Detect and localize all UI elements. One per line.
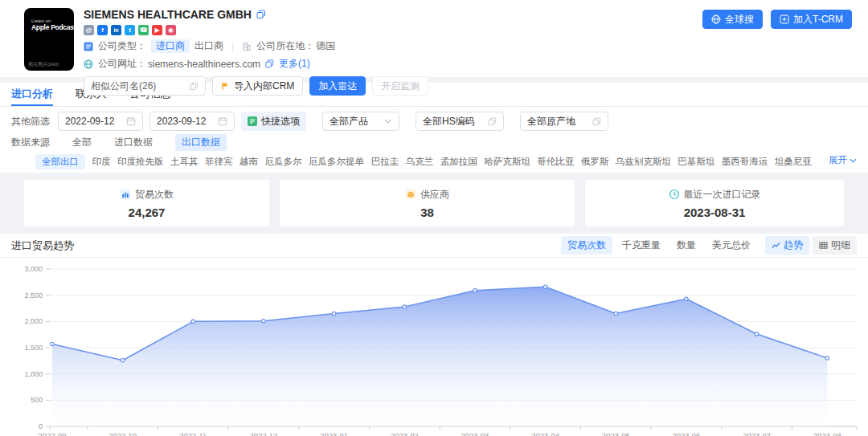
date-from-input[interactable]: 2022-09-12 [58, 112, 143, 131]
hs-code-select[interactable]: 全部HS编码 [416, 112, 504, 131]
stat-value: 38 [420, 206, 434, 219]
product-select[interactable]: 全部产品 [322, 112, 399, 131]
source-option[interactable]: 进口数据 [114, 136, 153, 149]
hs-code-value: 全部HS编码 [423, 115, 475, 128]
global-search-button[interactable]: 全球搜 [702, 10, 763, 29]
instagram-icon[interactable]: ◉ [166, 25, 176, 35]
country-item[interactable]: 土耳其 [170, 156, 199, 168]
country-item[interactable]: 墨西哥海运 [722, 156, 768, 168]
svg-text:0: 0 [39, 422, 43, 430]
svg-text:2,000: 2,000 [24, 317, 43, 325]
svg-text:3,000: 3,000 [24, 265, 43, 273]
stat-card: 最近一次进口记录2023-08-31 [585, 180, 844, 226]
phone-icon[interactable]: ☎ [138, 25, 149, 35]
logo-caption: 相关图片(240) [28, 61, 71, 68]
location-label: 公司所在地： [256, 39, 314, 53]
source-option[interactable]: 全部 [72, 136, 92, 149]
svg-text:2023-06: 2023-06 [673, 431, 701, 436]
country-filter-row: 全部出口印度印度抢先版土耳其菲律宾越南厄瓜多尔厄瓜多尔提单巴拉圭乌克兰孟加拉国哈… [0, 152, 868, 173]
metric-toggle[interactable]: 数量 [670, 236, 702, 255]
company-header: Listen on Apple Podcasts 相关图片(240) SIEME… [0, 0, 868, 77]
join-tcrm-button[interactable]: 加入T-CRM [771, 10, 852, 29]
country-item[interactable]: 巴拉圭 [371, 156, 399, 168]
country-item[interactable]: 哥伦比亚 [537, 156, 574, 168]
expand-countries-link[interactable]: 展开 [822, 154, 857, 166]
exporter-tag[interactable]: 出口商 [194, 39, 223, 53]
globe-icon [711, 14, 721, 24]
other-filter-label: 其他筛选 [11, 115, 50, 128]
website-icon[interactable]: @ [84, 25, 94, 35]
country-item[interactable]: 越南 [240, 156, 258, 168]
badge-brand: Apple Podcasts [31, 23, 80, 31]
country-item[interactable]: 菲律宾 [205, 156, 233, 168]
flag-icon [221, 82, 230, 91]
main-panel: 进口分析联系人公司信息 其他筛选 2022-09-12 2023-09-12 快… [0, 83, 868, 436]
country-item[interactable]: 坦桑尼亚 [775, 156, 812, 168]
country-item[interactable]: 巴基斯坦 [678, 156, 714, 168]
view-toggle-trend[interactable]: 趋势 [765, 236, 809, 255]
meta-divider: | [231, 41, 234, 52]
twitter-icon[interactable]: t [125, 25, 135, 35]
similar-company-input[interactable]: 相似公司名(26) [84, 76, 206, 96]
start-monitor-button[interactable]: 开启监测 [372, 76, 428, 96]
location-icon [242, 42, 252, 51]
country-item[interactable]: 乌兹别克斯坦 [616, 156, 671, 168]
svg-text:2023-05: 2023-05 [602, 431, 630, 436]
youtube-icon[interactable]: ▶ [152, 25, 162, 35]
country-item[interactable]: 厄瓜多尔提单 [309, 156, 364, 168]
date-from-value: 2022-09-12 [65, 116, 114, 127]
country-item[interactable]: 印度 [92, 156, 111, 168]
website-more-link[interactable]: 更多(1) [279, 57, 310, 71]
facebook-icon[interactable]: f [97, 25, 108, 35]
metric-toggle[interactable]: 千克重量 [616, 236, 667, 255]
stat-label: 最近一次进口记录 [684, 188, 761, 202]
website-icon [84, 59, 93, 69]
country-item[interactable]: 乌克兰 [406, 156, 434, 168]
country-item[interactable]: 孟加拉国 [440, 156, 477, 168]
trend-icon [772, 241, 780, 250]
copy-company-name-icon[interactable] [256, 10, 266, 19]
svg-text:2022-12: 2022-12 [250, 431, 278, 436]
date-to-input[interactable]: 2023-09-12 [149, 112, 235, 131]
importer-tag[interactable]: 进口商 [151, 39, 190, 53]
linkedin-icon[interactable]: in [111, 25, 121, 35]
svg-text:2022-10: 2022-10 [108, 431, 137, 436]
table-icon [819, 241, 828, 250]
trade-trend-chart[interactable]: 05001,0001,5002,0002,5003,0002022-092022… [0, 258, 868, 436]
country-item[interactable]: 全部出口 [35, 154, 85, 169]
join-radar-button[interactable]: 加入雷达 [309, 76, 366, 96]
stat-label: 供应商 [420, 188, 449, 202]
location-value: 德国 [316, 39, 335, 53]
stat-label: 贸易次数 [135, 188, 174, 202]
date-to-value: 2023-09-12 [157, 116, 206, 127]
svg-text:2023-02: 2023-02 [391, 431, 419, 436]
data-source-label: 数据来源 [11, 136, 50, 149]
country-item[interactable]: 印度抢先版 [117, 156, 164, 168]
tab-import-analysis[interactable]: 进口分析 [11, 83, 53, 106]
country-item[interactable]: 俄罗斯 [581, 156, 609, 168]
origin-value: 全部原产地 [527, 115, 575, 128]
metric-toggle[interactable]: 美元总价 [706, 236, 757, 255]
view-toggle-group: 趋势明细 [765, 236, 857, 255]
svg-text:2023-07: 2023-07 [743, 431, 771, 436]
quick-options-button[interactable]: 快捷选项 [241, 112, 306, 131]
origin-select[interactable]: 全部原产地 [520, 112, 608, 131]
website-value[interactable]: siemens-healthineers.com [148, 59, 260, 70]
view-toggle-detail[interactable]: 明细 [813, 236, 857, 255]
source-option[interactable]: 出口数据 [175, 134, 227, 151]
country-item[interactable]: 哈萨克斯坦 [484, 156, 530, 168]
clock-icon [669, 189, 680, 200]
svg-text:500: 500 [31, 396, 43, 404]
stat-value: 24,267 [129, 206, 166, 219]
quick-options-label: 快捷选项 [261, 115, 300, 128]
list-select-icon [592, 117, 601, 126]
svg-text:2023-04: 2023-04 [531, 431, 559, 436]
import-crm-button[interactable]: 导入内部CRM [212, 76, 303, 96]
chevron-down-icon [850, 158, 857, 163]
stat-value: 2023-08-31 [684, 206, 746, 219]
copy-website-icon[interactable] [265, 59, 274, 68]
company-name: SIEMENS HEALTHCARE GMBH [84, 8, 252, 21]
metric-toggle[interactable]: 贸易次数 [561, 236, 612, 255]
country-item[interactable]: 厄瓜多尔 [265, 156, 302, 168]
svg-text:2023-01: 2023-01 [320, 431, 348, 436]
